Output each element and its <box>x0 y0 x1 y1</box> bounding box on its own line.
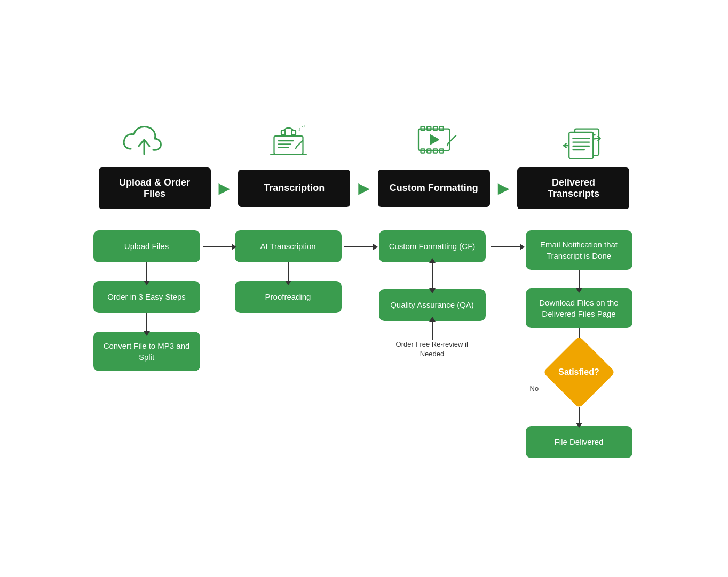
header-arrow-3: ► <box>494 179 513 198</box>
diagram: ♪ ♫ <box>44 103 684 474</box>
download-files-box: Download Files on the Delivered Files Pa… <box>526 288 632 328</box>
header-arrow-1: ► <box>215 179 234 198</box>
satisfied-diamond-container: Satisfied? No <box>542 347 616 398</box>
rereview-area: Order Free Re-review if Needed <box>392 321 472 359</box>
header-box-upload: Upload & Order Files <box>99 167 211 209</box>
upload-icon-cell <box>85 119 203 162</box>
svg-line-24 <box>454 135 456 137</box>
svg-line-10 <box>296 141 302 147</box>
connector-3-4 <box>491 230 520 247</box>
connector-2-3 <box>344 230 374 247</box>
svg-text:♫: ♫ <box>301 123 305 128</box>
column-2: AI Transcription Proofreading <box>232 230 344 313</box>
column-4: Email Notification that Transcript is Do… <box>520 230 638 458</box>
formatting-icon-cell <box>379 119 496 162</box>
svg-line-23 <box>447 143 448 146</box>
headphone-laptop-icon: ♪ ♫ <box>267 119 315 162</box>
arrow-col4-yes <box>579 407 580 423</box>
satisfied-label: Satisfied? <box>558 367 599 377</box>
custom-formatting-box: Custom Formatting (CF) <box>379 230 486 262</box>
header-arrow-2: ► <box>354 179 374 198</box>
email-notification-box: Email Notification that Transcript is Do… <box>526 230 632 270</box>
ai-transcription-box: AI Transcription <box>235 230 342 262</box>
proofreading-box: Proofreading <box>235 281 342 313</box>
transcription-icon-cell: ♪ ♫ <box>232 119 350 162</box>
icon-row: ♪ ♫ <box>54 119 674 162</box>
svg-marker-21 <box>430 135 438 144</box>
arrow-col1-2 <box>146 313 147 332</box>
header-box-delivered: Delivered Transcripts <box>517 167 629 209</box>
quality-assurance-box: Quality Assurance (QA) <box>379 289 486 321</box>
rereview-label: Order Free Re-review if Needed <box>392 340 472 359</box>
upload-cloud-icon <box>120 119 168 162</box>
video-formatting-icon <box>414 119 462 162</box>
header-row: Upload & Order Files ► Transcription ► C… <box>54 167 674 209</box>
delivered-documents-icon <box>560 119 608 162</box>
svg-rect-29 <box>569 132 593 158</box>
convert-mp3-box: Convert File to MP3 and Split <box>93 332 200 371</box>
column-1: Upload Files Order in 3 Easy Steps Conve… <box>91 230 203 371</box>
delivered-icon-cell <box>526 119 643 162</box>
column-3: Custom Formatting (CF) Quality Assurance… <box>374 230 491 359</box>
arrow-col1-1 <box>146 262 147 281</box>
svg-line-11 <box>296 146 297 148</box>
svg-rect-7 <box>291 130 295 135</box>
header-box-transcription: Transcription <box>238 170 350 207</box>
arrow-col2-1 <box>288 262 289 281</box>
svg-text:♪: ♪ <box>298 126 300 132</box>
arrow-col4-1 <box>579 270 580 288</box>
connector-1-2 <box>203 230 232 247</box>
flow-area: Upload Files Order in 3 Easy Steps Conve… <box>54 230 674 458</box>
no-label: No <box>530 384 539 392</box>
double-arrow-col3 <box>432 262 433 289</box>
file-delivered-box: File Delivered <box>526 426 632 458</box>
order-easy-steps-box: Order in 3 Easy Steps <box>93 281 200 313</box>
upload-files-box: Upload Files <box>93 230 200 262</box>
header-box-formatting: Custom Formatting <box>378 170 490 207</box>
svg-rect-6 <box>281 130 285 135</box>
